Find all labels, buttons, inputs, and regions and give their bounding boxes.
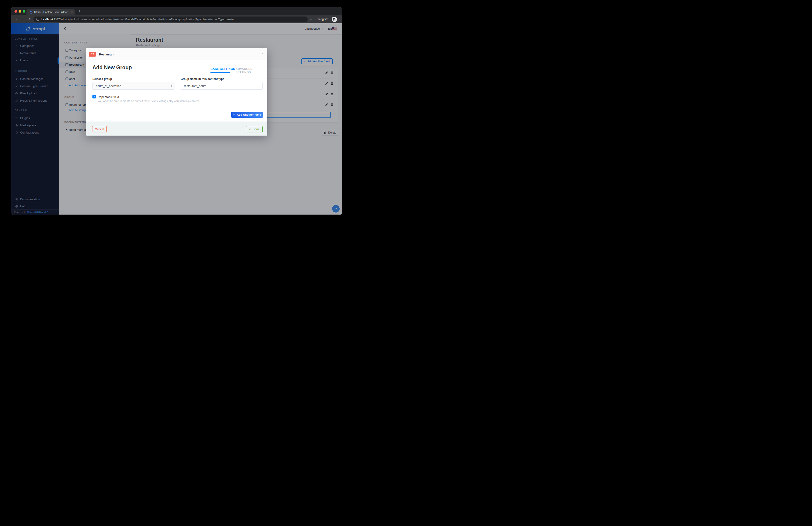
group-name-input[interactable] [180, 82, 263, 90]
tab-favicon [29, 11, 33, 14]
select-group-dropdown[interactable]: hours_of_operation [92, 82, 174, 90]
strapi-admin-page: strapi CONTENT TYPES ▸ Categories ▸ Rest… [11, 23, 342, 214]
select-group-label: Select a group [92, 77, 112, 80]
group-name-field-wrap [180, 82, 263, 90]
site-info-icon[interactable] [36, 18, 40, 21]
minimize-window-button[interactable] [18, 10, 21, 13]
content-type-badge: CT [89, 51, 96, 57]
check-icon: ✓ [249, 128, 251, 131]
cancel-button[interactable]: Cancel [92, 126, 107, 132]
new-tab-icon[interactable]: + [78, 9, 81, 13]
tab-strip: Strapi - Content Type Builder ✕ + [11, 7, 342, 15]
tab-close-icon[interactable]: ✕ [71, 11, 73, 14]
add-another-field-button-modal[interactable]: + Add Another Field [231, 112, 263, 118]
zoom-window-button[interactable] [23, 10, 25, 13]
select-group-value: hours_of_operation [96, 84, 121, 88]
check-icon: ✓ [93, 95, 95, 98]
group-name-label: Group Name in this content type [180, 77, 224, 80]
modal-header: CT Restaurant ✕ [86, 48, 267, 60]
address-bar[interactable]: localhost:1337/admin/plugins/content-typ… [33, 16, 308, 22]
modal-close-icon[interactable]: ✕ [261, 52, 264, 55]
reload-icon[interactable]: ↻ [29, 17, 31, 21]
cancel-label: Cancel [95, 127, 104, 131]
tab-base-settings[interactable]: BASE SETTINGS [211, 67, 235, 71]
url-host: localhost [41, 18, 53, 21]
back-icon[interactable]: ← [15, 17, 19, 21]
repeatable-checkbox[interactable]: ✓ [92, 95, 96, 99]
browser-window: Strapi - Content Type Builder ✕ + ← → ↻ … [11, 7, 342, 214]
tabs-separator [92, 73, 261, 73]
incognito-label: Incognito [317, 18, 328, 21]
repeatable-label: Repeatable field [98, 95, 119, 99]
modal-title: Add New Group [92, 64, 132, 71]
spinner-down-icon [171, 86, 172, 87]
spinner-up-icon [171, 85, 172, 86]
active-tab-underline [211, 72, 230, 73]
forward-icon[interactable]: → [22, 17, 25, 21]
browser-menu-icon[interactable]: ⋮ [338, 17, 341, 21]
url-text: localhost:1337/admin/plugins/content-typ… [41, 18, 234, 21]
modal-header-title: Restaurant [99, 53, 114, 56]
add-another-field-label: Add Another Field [237, 113, 261, 116]
plus-icon: + [233, 113, 235, 117]
tab-title: Strapi - Content Type Builder [34, 11, 68, 13]
modal-footer: Cancel ✓Done [86, 122, 267, 136]
add-group-modal: CT Restaurant ✕ Add New Group BASE SETTI… [86, 48, 267, 135]
bookmark-star-icon[interactable]: ☆ [309, 17, 313, 21]
url-path: :1337/admin/plugins/content-type-builder… [53, 18, 234, 21]
done-button[interactable]: ✓Done [246, 126, 263, 132]
close-window-button[interactable] [14, 10, 17, 13]
browser-toolbar: ← → ↻ localhost:1337/admin/plugins/conte… [11, 15, 342, 23]
repeatable-help-text: You won't be able to create an entry if … [98, 100, 199, 103]
incognito-icon [332, 17, 337, 22]
done-label: Done [252, 127, 260, 131]
browser-tab[interactable]: Strapi - Content Type Builder ✕ [27, 9, 75, 15]
select-spinner[interactable] [169, 82, 174, 89]
